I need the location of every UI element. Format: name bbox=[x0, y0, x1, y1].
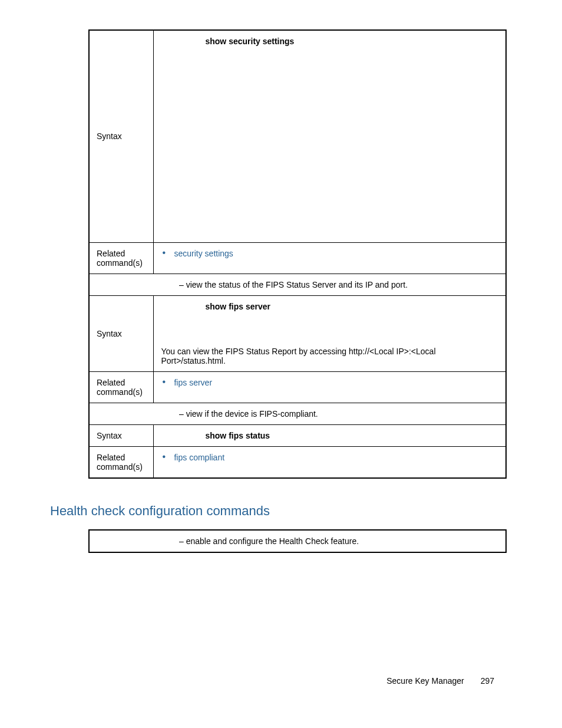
footer-title: Secure Key Manager bbox=[386, 676, 464, 686]
description-row: – enable and configure the Health Check … bbox=[89, 530, 506, 552]
syntax-label: Syntax bbox=[89, 30, 154, 242]
related-commands-label: Related command(s) bbox=[89, 446, 154, 478]
related-commands-content: fips compliant bbox=[154, 446, 506, 478]
syntax-content: show security settings bbox=[154, 30, 506, 242]
related-command-link[interactable]: security settings bbox=[174, 249, 233, 258]
command-text: show fips status bbox=[161, 431, 498, 440]
related-commands-content: security settings bbox=[154, 242, 506, 274]
description-text: – view the status of the FIPS Status Ser… bbox=[97, 280, 498, 289]
syntax-content: show fips status bbox=[154, 424, 506, 446]
page-footer: Secure Key Manager 297 bbox=[386, 676, 494, 686]
description-text: – view if the device is FIPS-compliant. bbox=[97, 409, 498, 419]
page-number: 297 bbox=[481, 676, 494, 686]
related-commands-label: Related command(s) bbox=[89, 242, 154, 274]
section-heading: Health check configuration commands bbox=[50, 503, 506, 519]
command-text: show security settings bbox=[161, 37, 498, 46]
description-row: – view if the device is FIPS-compliant. bbox=[89, 403, 506, 424]
syntax-content: show fips server You can view the FIPS S… bbox=[154, 295, 506, 371]
syntax-note: You can view the FIPS Status Report by a… bbox=[161, 347, 498, 365]
syntax-label: Syntax bbox=[89, 424, 154, 446]
related-command-link[interactable]: fips server bbox=[174, 378, 212, 387]
description-text: – enable and configure the Health Check … bbox=[97, 536, 498, 546]
command-text: show fips server bbox=[161, 302, 498, 311]
health-check-table: – enable and configure the Health Check … bbox=[88, 529, 507, 553]
command-reference-table: Syntax show security settings Related co… bbox=[88, 29, 507, 479]
syntax-label: Syntax bbox=[89, 295, 154, 371]
related-commands-content: fips server bbox=[154, 371, 506, 403]
related-commands-label: Related command(s) bbox=[89, 371, 154, 403]
description-row: – view the status of the FIPS Status Ser… bbox=[89, 274, 506, 295]
related-command-link[interactable]: fips compliant bbox=[174, 453, 224, 462]
